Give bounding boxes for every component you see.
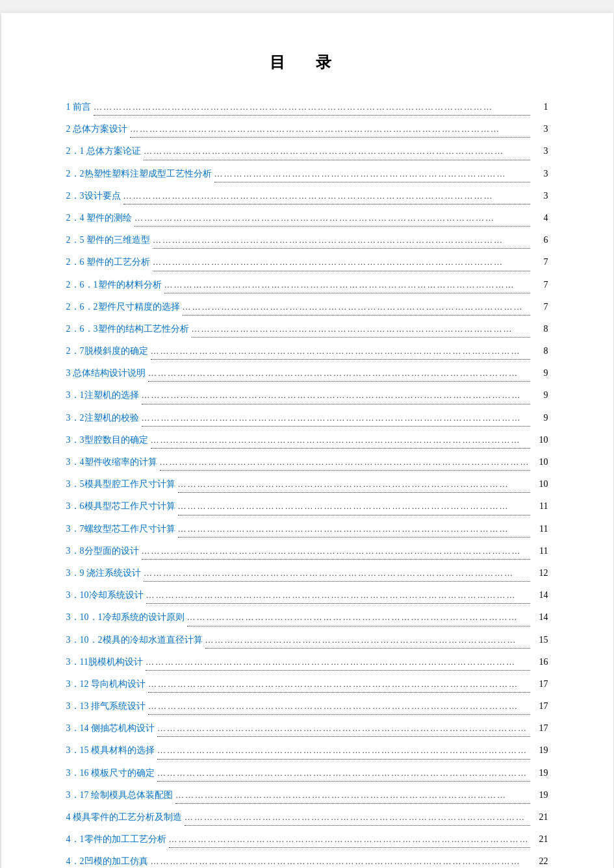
toc-dots: …………………………………………………………………………………………………… [148, 676, 530, 693]
toc-label: 3．2注塑机的校验 [66, 410, 139, 426]
toc-row: 2．4 塑件的测绘…………………………………………………………………………………… [66, 210, 548, 229]
toc-dots: …………………………………………………………………………………… [205, 632, 530, 649]
toc-label: 2．1 总体方案论证 [66, 143, 142, 159]
toc-row: 3 总体结构设计说明………………………………………………………………………………… [66, 365, 548, 384]
toc-row: 3．10冷却系统设计………………………………………………………………………………… [66, 587, 548, 606]
toc-page: 8 [533, 343, 548, 359]
toc-page: 19 [533, 742, 548, 758]
toc-row: 3．9 浇注系统设计………………………………………………………………………………… [66, 565, 548, 584]
toc-row: 4．2凹模的加工仿真………………………………………………………………………………… [66, 853, 548, 868]
toc-label: 3．10．1冷却系统的设计原则 [66, 609, 185, 625]
toc-label: 2．6．3塑件的结构工艺性分析 [66, 321, 189, 337]
toc-page: 11 [533, 498, 548, 514]
toc-row: 2．1 总体方案论证………………………………………………………………………………… [66, 143, 548, 162]
toc-dots: …………………………………………………………………………………………… [183, 299, 530, 316]
toc-row: 2．3设计要点………………………………………………………………………………………… [66, 188, 548, 207]
toc-page: 21 [533, 809, 548, 825]
toc-page: 1 [533, 99, 548, 115]
toc-page: 4 [533, 210, 548, 226]
toc-page: 9 [533, 410, 548, 426]
toc-page: 15 [533, 632, 548, 648]
toc-row: 3．8分型面的设计…………………………………………………………………………………… [66, 543, 548, 562]
toc-label: 2．4 塑件的测绘 [66, 210, 133, 226]
toc-dots: …………………………………………………………………………………………………… [157, 720, 530, 737]
toc-row: 2．6 塑件的工艺分析……………………………………………………………………………… [66, 254, 548, 273]
toc-label: 3．9 浇注系统设计 [66, 565, 142, 581]
toc-label: 3．10冷却系统设计 [66, 587, 144, 603]
toc-dots: …………………………………………………………………………………………………… [123, 188, 530, 205]
toc-label: 2．6．1塑件的材料分析 [66, 277, 162, 293]
toc-label: 3．16 模板尺寸的确定 [66, 765, 155, 781]
toc-page: 3 [533, 143, 548, 159]
toc-label: 2．2热塑性塑料注塑成型工艺性分析 [66, 166, 212, 182]
toc-row: 3．14 侧抽芯机构设计…………………………………………………………………………… [66, 720, 548, 739]
toc-label: 3．3型腔数目的确定 [66, 432, 148, 448]
toc-dots: …………………………………………………………………………………………………… [148, 698, 530, 715]
toc-dots: …………………………………………………………………………………………………… [160, 454, 530, 471]
toc-dots: …………………………………………………………………………………………………… [144, 565, 530, 582]
toc-label: 3 总体结构设计说明 [66, 365, 146, 381]
toc-page: 8 [533, 321, 548, 337]
toc-label: 2．6 塑件的工艺分析 [66, 254, 151, 270]
toc-row: 3．5模具型腔工作尺寸计算………………………………………………………………………… [66, 476, 548, 495]
toc-label: 3．4塑件收缩率的计算 [66, 454, 157, 470]
toc-page: 3 [533, 121, 548, 137]
toc-label: 3．10．2模具的冷却水道直径计算 [66, 632, 203, 648]
toc-page: 21 [533, 831, 548, 847]
toc-row: 3．13 排气系统设计……………………………………………………………………………… [66, 698, 548, 717]
toc-label: 3．8分型面的设计 [66, 543, 139, 559]
toc-dots: …………………………………………………………………………………………………… [146, 654, 530, 671]
toc-dots: ………………………………………………………………………………………… [187, 609, 530, 626]
toc-dots: ……………………………………………………………………………………………… [164, 277, 530, 293]
document-page: 目 录 1 前言……………………………………………………………………………………… [1, 13, 613, 868]
toc-dots: ………………………………………………………………………………………… [178, 476, 530, 493]
toc-dots: ……………………………………………………………………………………………………… [142, 387, 530, 404]
toc-row: 3．11脱模机构设计………………………………………………………………………………… [66, 654, 548, 673]
toc-label: 2．5 塑件的三维造型 [66, 232, 151, 248]
toc-container: 1 前言………………………………………………………………………………………………… [66, 99, 548, 868]
toc-label: 2 总体方案设计 [66, 121, 128, 137]
toc-dots: …………………………………………………………………………………………………………… [94, 99, 530, 116]
toc-page: 10 [533, 454, 548, 470]
toc-label: 3．7螺纹型芯工作尺寸计算 [66, 521, 175, 537]
toc-dots: …………………………………………………………………………………………………… [151, 432, 530, 449]
toc-dots: ………………………………………………………………………………………… [178, 521, 530, 538]
toc-row: 3．4塑件收缩率的计算……………………………………………………………………………… [66, 454, 548, 473]
toc-row: 3．10．2模具的冷却水道直径计算……………………………………………………………… [66, 632, 548, 651]
toc-page: 3 [533, 166, 548, 182]
toc-row: 4．1零件的加工工艺分析…………………………………………………………………………… [66, 831, 548, 850]
toc-row: 3．17 绘制模具总体装配图……………………………………………………………………… [66, 787, 548, 806]
toc-dots: …………………………………………………………………………………………………… [157, 765, 530, 782]
toc-label: 3．12 导向机构设计 [66, 676, 146, 692]
toc-row: 3．2注塑机的校验…………………………………………………………………………………… [66, 410, 548, 429]
toc-label: 4．2凹模的加工仿真 [66, 853, 148, 868]
toc-row: 3．3型腔数目的确定………………………………………………………………………………… [66, 432, 548, 451]
toc-page: 19 [533, 765, 548, 781]
toc-label: 4 模具零件的工艺分析及制造 [66, 809, 183, 825]
toc-dots: ……………………………………………………………………………………………… [153, 254, 530, 271]
toc-dots: …………………………………………………………………………………………………… [146, 587, 530, 604]
toc-page: 19 [533, 787, 548, 803]
toc-dots: ……………………………………………………………………………………………… [153, 232, 530, 249]
toc-label: 3．6模具型芯工作尺寸计算 [66, 498, 175, 514]
toc-page: 11 [533, 543, 548, 559]
page-title: 目 录 [66, 52, 548, 73]
toc-page: 9 [533, 365, 548, 381]
toc-dots: …………………………………………………………………………………………… [185, 809, 530, 826]
toc-dots: ……………………………………………………………………………………………………… [142, 410, 530, 427]
toc-row: 2．6．3塑件的结构工艺性分析…………………………………………………………………… [66, 321, 548, 340]
toc-label: 3．11脱模机构设计 [66, 654, 143, 670]
toc-row: 3．6模具型芯工作尺寸计算………………………………………………………………………… [66, 498, 548, 517]
toc-row: 2 总体方案设计……………………………………………………………………………………… [66, 121, 548, 140]
toc-page: 22 [533, 853, 548, 868]
toc-row: 2．6．2塑件尺寸精度的选择……………………………………………………………………… [66, 299, 548, 318]
toc-dots: ……………………………………………………………………………… [214, 166, 530, 182]
toc-dots: …………………………………………………………………………………………………… [130, 121, 530, 138]
toc-page: 3 [533, 188, 548, 204]
toc-label: 3．14 侧抽芯机构设计 [66, 720, 155, 736]
toc-label: 4．1零件的加工工艺分析 [66, 831, 166, 847]
toc-row: 2．2热塑性塑料注塑成型工艺性分析……………………………………………………………… [66, 166, 548, 185]
toc-row: 1 前言………………………………………………………………………………………………… [66, 99, 548, 118]
toc-label: 2．6．2塑件尺寸精度的选择 [66, 299, 180, 315]
toc-row: 2．5 塑件的三维造型……………………………………………………………………………… [66, 232, 548, 251]
